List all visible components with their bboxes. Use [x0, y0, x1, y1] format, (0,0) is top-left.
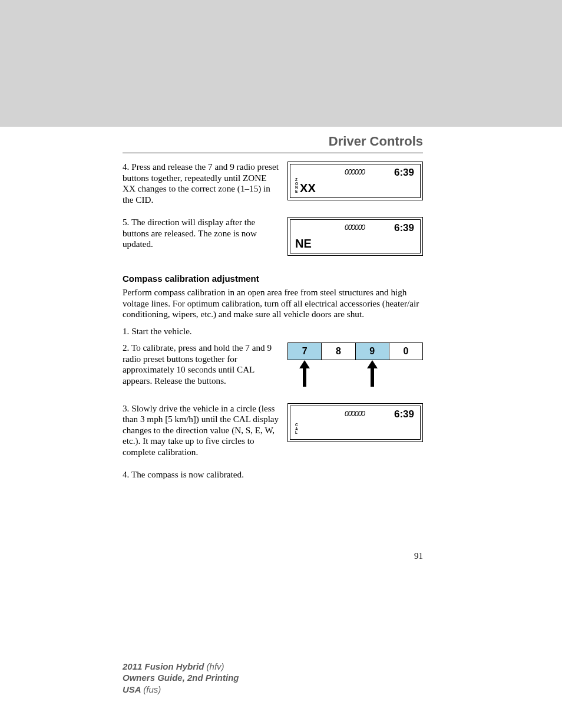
footer: 2011 Fusion Hybrid (hfv) Owners Guide, 2… — [123, 661, 239, 696]
footer-code1: (hfv) — [207, 661, 224, 671]
cid-odometer: 000000 — [345, 223, 365, 232]
calib2-row: 2. To calibrate, press and hold the 7 an… — [123, 342, 423, 392]
zone-value: XX — [300, 182, 316, 195]
zone-vertical-label: Z O N E — [295, 178, 298, 193]
calibration-intro: Perform compass calibration in an open a… — [123, 287, 423, 320]
preset-button-row: 7 8 9 0 — [287, 342, 423, 360]
cal-char: L — [295, 431, 298, 435]
cid-panel: 000000 6:39 C A L — [287, 403, 423, 442]
zone-char: E — [295, 190, 298, 194]
title-rule — [123, 153, 423, 153]
cid-inner: 000000 6:39 NE — [290, 219, 421, 253]
figure-cid-cal: 000000 6:39 C A L — [287, 403, 423, 442]
section-title: Driver Controls — [123, 134, 423, 149]
footer-model: 2011 Fusion Hybrid — [123, 661, 207, 671]
arrow-up-icon — [367, 360, 378, 387]
cid-inner: 000000 6:39 C A L — [290, 406, 421, 440]
footer-line2: Owners Guide, 2nd Printing — [123, 672, 239, 684]
footer-code2: (fus) — [143, 684, 161, 694]
calibration-subhead: Compass calibration adjustment — [123, 274, 423, 284]
arrow-up-icon — [299, 360, 310, 387]
cid-time: 6:39 — [394, 167, 414, 179]
footer-line1: 2011 Fusion Hybrid (hfv) — [123, 661, 239, 673]
step4-row: 4. Press and release the 7 and 9 radio p… — [123, 162, 423, 211]
cid-cal-readout: C A L — [295, 423, 298, 437]
cid-panel: 000000 6:39 Z O N E XX — [287, 162, 423, 200]
preset-button-9[interactable]: 9 — [356, 342, 389, 360]
cid-time: 6:39 — [394, 222, 414, 234]
step5-text: 5. The direction will display after the … — [123, 217, 282, 250]
footer-region: USA — [123, 684, 143, 694]
content-area: Driver Controls 4. Press and release the… — [123, 127, 423, 486]
preset-button-7[interactable]: 7 — [287, 342, 322, 360]
calib3-row: 3. Slowly drive the vehicle in a circle … — [123, 403, 423, 464]
calibration-step2: 2. To calibrate, press and hold the 7 an… — [123, 342, 282, 386]
figure-cid-zone: 000000 6:39 Z O N E XX — [287, 162, 423, 200]
page: Driver Controls 4. Press and release the… — [0, 0, 562, 728]
page-number: 91 — [414, 551, 423, 561]
cid-direction-readout: NE — [295, 237, 312, 251]
cid-zone-readout: Z O N E XX — [295, 178, 316, 195]
cid-panel: 000000 6:39 NE — [287, 217, 423, 256]
cid-inner: 000000 6:39 Z O N E XX — [290, 164, 421, 198]
arrow-row — [287, 360, 423, 387]
cid-odometer: 000000 — [345, 168, 365, 176]
footer-line3: USA (fus) — [123, 684, 239, 696]
calibration-step1: 1. Start the vehicle. — [123, 326, 423, 337]
cid-odometer: 000000 — [345, 410, 365, 418]
preset-button-8[interactable]: 8 — [322, 342, 355, 360]
figure-presets: 7 8 9 0 — [287, 342, 423, 387]
direction-value: NE — [295, 237, 312, 251]
header-band — [0, 0, 562, 127]
calibration-step4: 4. The compass is now calibrated. — [123, 469, 423, 480]
calibration-step3: 3. Slowly drive the vehicle in a circle … — [123, 403, 282, 458]
cid-time: 6:39 — [394, 409, 414, 420]
figure-cid-direction: 000000 6:39 NE — [287, 217, 423, 256]
step5-row: 5. The direction will display after the … — [123, 217, 423, 256]
cal-vertical-label: C A L — [295, 423, 298, 435]
preset-button-0[interactable]: 0 — [389, 342, 423, 360]
step4-text: 4. Press and release the 7 and 9 radio p… — [123, 162, 282, 205]
